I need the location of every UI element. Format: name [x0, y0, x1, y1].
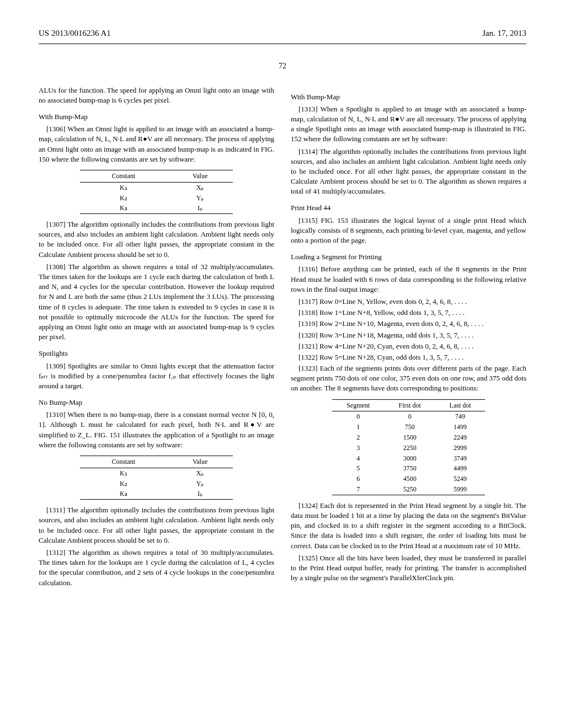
pub-number: US 2013/0016236 A1: [39, 28, 111, 39]
cell: 4499: [435, 463, 485, 474]
th-last-dot: Last dot: [435, 399, 485, 411]
page: US 2013/0016236 A1 Jan. 17, 2013 72 ALUs…: [0, 0, 565, 728]
header-rule: [39, 44, 526, 44]
segments-table: Segment First dot Last dot 00749 1750149…: [332, 399, 486, 495]
cell: 3: [332, 443, 385, 453]
paragraph: ALUs for the function. The speed for app…: [39, 85, 274, 105]
paragraph: [1311] The algorithm optionally includes…: [39, 505, 274, 545]
cell: Yₚ: [167, 193, 233, 204]
cell: 1: [332, 422, 385, 432]
paragraph: [1308] The algorithm as shown requires a…: [39, 262, 274, 342]
cell: 2: [332, 432, 385, 443]
cell: K₃: [80, 489, 167, 499]
list-item: [1321] Row 4=Line N+20, Cyan, even dots …: [291, 341, 526, 351]
cell: K₂: [80, 479, 167, 489]
pub-date: Jan. 17, 2013: [482, 28, 526, 39]
subsection-title: Loading a Segment for Printing: [291, 252, 526, 262]
cell: 2250: [385, 443, 435, 453]
subsection-title: Spotlights: [39, 349, 274, 358]
cell: 3749: [435, 453, 485, 464]
cell: 1500: [385, 432, 435, 443]
paragraph: [1323] Each of the segments prints dots …: [291, 363, 526, 394]
cell: K₁: [80, 468, 167, 478]
cell: K₁: [80, 182, 167, 192]
cell: 5249: [435, 474, 485, 484]
cell: 5250: [385, 484, 435, 495]
cell: 5: [332, 463, 385, 474]
page-number: 72: [39, 61, 526, 72]
subsection-title: With Bump-Map: [291, 92, 526, 102]
th-constant: Constant: [80, 170, 167, 182]
list-item: [1318] Row 1=Line N+8, Yellow, odd dots …: [291, 308, 526, 318]
cell: 0: [332, 411, 385, 422]
subsection-title: Print Head 44: [291, 203, 526, 213]
cell: 3750: [385, 463, 435, 474]
th-first-dot: First dot: [385, 399, 435, 411]
th-value: Value: [167, 456, 233, 468]
cell: K₂: [80, 193, 167, 204]
paragraph: [1313] When a Spotlight is applied to an…: [291, 104, 526, 144]
page-header: US 2013/0016236 A1 Jan. 17, 2013: [39, 28, 526, 39]
list-item: [1319] Row 2=Line N+10, Magenta, even do…: [291, 319, 526, 329]
list-item: [1320] Row 3=Line N+18, Magenta, odd dot…: [291, 330, 526, 340]
cell: Iₚ: [167, 203, 233, 213]
paragraph: [1315] FIG. 153 illustrates the logical …: [291, 216, 526, 246]
cell: 7: [332, 484, 385, 495]
paragraph: [1324] Each dot is represented in the Pr…: [291, 501, 526, 551]
paragraph: [1325] Once all the bits have been loade…: [291, 553, 526, 584]
right-column: With Bump-Map [1313] When a Spotlight is…: [291, 85, 526, 590]
cell: 1499: [435, 422, 485, 432]
cell: Xₚ: [167, 182, 233, 192]
paragraph: [1306] When an Omni light is applied to …: [39, 124, 274, 164]
paragraph: [1310] When there is no bump-map, there …: [39, 410, 274, 450]
cell: 2249: [435, 432, 485, 443]
paragraph: [1312] The algorithm as shown requires a…: [39, 548, 274, 588]
cell: 5999: [435, 484, 485, 495]
left-column: ALUs for the function. The speed for app…: [39, 85, 274, 590]
th-value: Value: [167, 170, 233, 182]
cell: Iₚ: [167, 489, 233, 499]
list-item: [1322] Row 5=Line N+28, Cyan, odd dots 1…: [291, 352, 526, 362]
paragraph: [1309] Spotlights are similar to Omni li…: [39, 361, 274, 392]
cell: 4: [332, 453, 385, 464]
cell: Yₚ: [167, 479, 233, 489]
th-segment: Segment: [332, 399, 385, 411]
cell: 4500: [385, 474, 435, 484]
constants-table-1: Constant Value K₁Xₚ K₂Yₚ K₃Iₚ: [80, 170, 233, 214]
cell: 749: [435, 411, 485, 422]
cell: 2999: [435, 443, 485, 453]
th-constant: Constant: [80, 456, 167, 468]
cell: 750: [385, 422, 435, 432]
cell: 3000: [385, 453, 435, 464]
cell: Xₚ: [167, 468, 233, 478]
cell: 0: [385, 411, 435, 422]
cell: K₃: [80, 203, 167, 213]
subsection-title: No Bump-Map: [39, 398, 274, 408]
constants-table-2: Constant Value K₁Xₚ K₂Yₚ K₃Iₚ: [80, 456, 233, 500]
paragraph: [1316] Before anything can be printed, e…: [291, 264, 526, 295]
subsection-title: With Bump-Map: [39, 112, 274, 122]
two-column-layout: ALUs for the function. The speed for app…: [39, 85, 526, 590]
paragraph: [1314] The algorithm optionally includes…: [291, 147, 526, 197]
cell: 6: [332, 474, 385, 484]
paragraph: [1307] The algorithm optionally includes…: [39, 220, 274, 260]
list-item: [1317] Row 0=Line N, Yellow, even dots 0…: [291, 297, 526, 307]
